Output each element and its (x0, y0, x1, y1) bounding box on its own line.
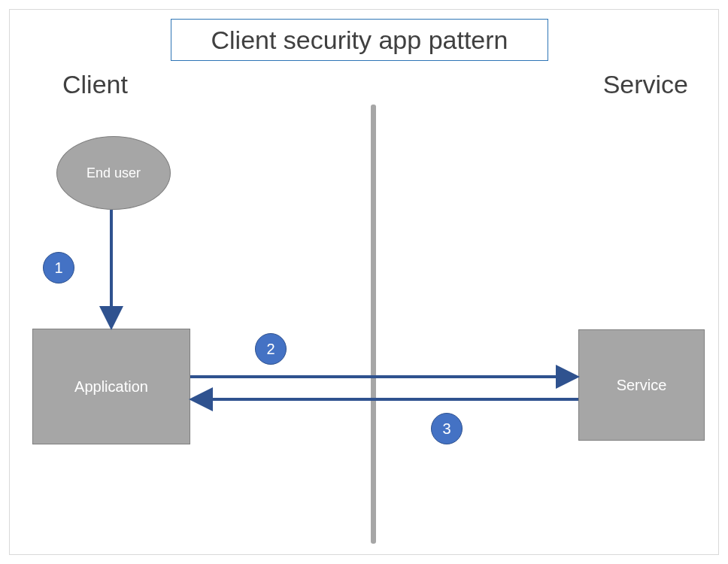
diagram-frame: Client security app pattern Client Servi… (9, 9, 719, 555)
node-service: Service (578, 329, 705, 441)
step-badge-3: 3 (431, 413, 463, 444)
arrow-step-3 (190, 392, 578, 407)
node-end-user: End user (56, 136, 171, 210)
node-application: Application (32, 329, 190, 444)
divider-vertical (371, 105, 376, 544)
arrow-step-2 (190, 369, 578, 384)
diagram-title: Client security app pattern (171, 19, 548, 61)
step-badge-1: 1 (43, 252, 74, 284)
section-label-service: Service (603, 70, 688, 99)
section-label-client: Client (62, 70, 128, 99)
step-badge-2: 2 (255, 333, 287, 365)
arrow-step-1 (104, 210, 119, 329)
